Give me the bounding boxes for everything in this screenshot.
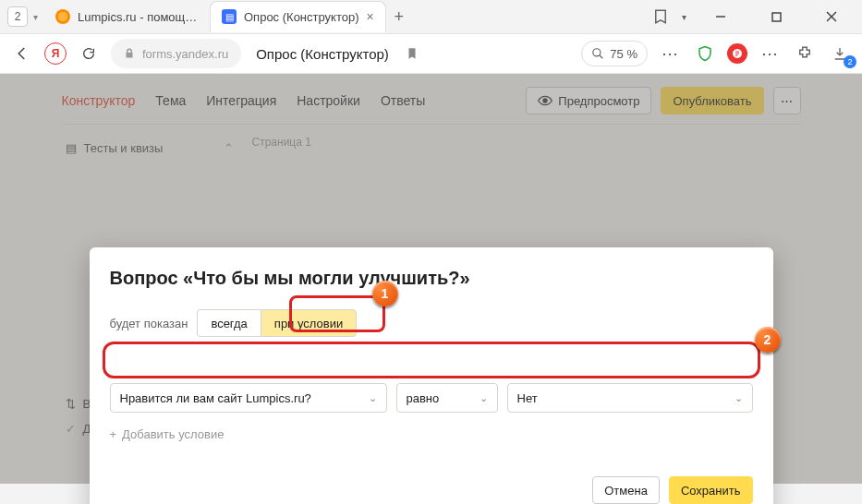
- adblock-icon[interactable]: [727, 43, 747, 64]
- visibility-row: будет показан всегда при условии: [110, 309, 753, 337]
- reader-icon[interactable]: [406, 46, 419, 61]
- lock-icon: [124, 47, 135, 60]
- modal-title: Вопрос «Что бы мы могли улучшить?»: [110, 268, 753, 289]
- close-window-button[interactable]: [810, 3, 853, 30]
- address-bar: Я forms.yandex.ru Опрос (Конструктор) 75…: [0, 33, 862, 74]
- kebab-icon[interactable]: ⋯: [657, 41, 683, 66]
- ellipsis-icon[interactable]: ⋯: [757, 41, 783, 66]
- tab-lumpics[interactable]: Lumpics.ru - помощь с ко: [43, 1, 210, 32]
- zoom-control[interactable]: 75 %: [581, 41, 648, 66]
- tab-title: Опрос (Конструктор): [244, 10, 359, 24]
- add-condition-button[interactable]: + Добавить условие: [110, 427, 753, 441]
- app-viewport: Конструктор Тема Интеграция Настройки От…: [0, 74, 862, 484]
- close-icon[interactable]: ×: [367, 9, 374, 24]
- zoom-value: 75 %: [610, 47, 637, 61]
- bookmark-icon[interactable]: [652, 8, 669, 25]
- condition-row: Нравится ли вам сайт Lumpics.ru? ⌄ равно…: [110, 383, 753, 413]
- back-button[interactable]: [9, 41, 35, 66]
- condition-operator-dropdown[interactable]: равно ⌄: [396, 383, 498, 413]
- save-label: Сохранить: [681, 484, 741, 498]
- question-modal: Вопрос «Что бы мы могли улучшить?» будет…: [90, 247, 773, 504]
- tab-counter[interactable]: 2: [7, 6, 28, 27]
- cancel-button[interactable]: Отмена: [592, 476, 660, 504]
- download-count: 2: [844, 55, 856, 68]
- dropdown-value: Нравится ли вам сайт Lumpics.ru?: [120, 391, 311, 405]
- extensions-icon[interactable]: [792, 41, 818, 66]
- condition-value-dropdown[interactable]: Нет ⌄: [507, 383, 753, 413]
- svg-point-4: [593, 49, 601, 56]
- tab-forms[interactable]: ▤ Опрос (Конструктор) ×: [210, 1, 386, 32]
- page-title: Опрос (Конструктор): [256, 46, 389, 62]
- chevron-down-icon: ⌄: [369, 392, 377, 404]
- url-domain: forms.yandex.ru: [142, 47, 228, 61]
- chevron-down-icon[interactable]: ▾: [33, 12, 38, 22]
- minimize-button[interactable]: [699, 3, 742, 30]
- segment-condition[interactable]: при условии: [261, 309, 357, 337]
- annotation-callout-1: 1: [372, 281, 398, 306]
- annotation-highlight-2: [103, 342, 760, 378]
- maximize-button[interactable]: [755, 3, 797, 30]
- segment-always[interactable]: всегда: [197, 309, 260, 337]
- dropdown-value: равно: [407, 391, 440, 405]
- url-field[interactable]: forms.yandex.ru: [111, 39, 241, 68]
- svg-rect-1: [772, 13, 781, 21]
- chevron-down-icon: ⌄: [735, 392, 743, 404]
- chevron-down-icon: ⌄: [480, 392, 488, 404]
- reload-button[interactable]: [76, 41, 102, 66]
- dropdown-value: Нет: [517, 391, 538, 405]
- shield-icon[interactable]: [692, 41, 718, 66]
- annotation-callout-2: 2: [755, 327, 781, 353]
- form-icon: ▤: [222, 9, 237, 24]
- tab-title: Lumpics.ru - помощь с ко: [78, 10, 198, 24]
- condition-question-dropdown[interactable]: Нравится ли вам сайт Lumpics.ru? ⌄: [110, 383, 387, 413]
- shown-label: будет показан: [110, 317, 188, 330]
- save-button[interactable]: Сохранить: [669, 476, 753, 504]
- add-condition-label: Добавить условие: [122, 427, 224, 441]
- caret-down-icon[interactable]: ▾: [682, 12, 686, 22]
- browser-tabstrip: 2 ▾ Lumpics.ru - помощь с ко ▤ Опрос (Ко…: [0, 0, 862, 33]
- svg-line-5: [600, 55, 603, 59]
- plus-icon: +: [110, 427, 117, 441]
- sun-icon: [55, 9, 70, 24]
- cancel-label: Отмена: [604, 484, 648, 498]
- yandex-logo[interactable]: Я: [44, 42, 67, 65]
- downloads-button[interactable]: 2: [827, 41, 853, 66]
- new-tab-button[interactable]: +: [386, 4, 412, 30]
